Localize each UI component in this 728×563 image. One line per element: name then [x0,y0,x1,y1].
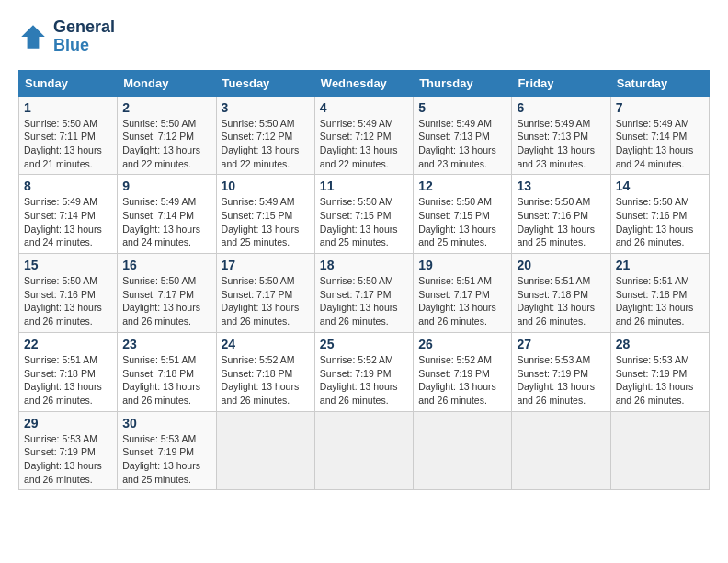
day-info: Sunrise: 5:50 AM Sunset: 7:16 PM Dayligh… [24,274,112,328]
day-number: 1 [24,100,112,115]
day-number: 28 [616,337,704,351]
calendar-cell: 6Sunrise: 5:49 AM Sunset: 7:13 PM Daylig… [512,96,610,175]
day-number: 25 [320,337,408,351]
day-number: 20 [517,258,605,272]
weekday-header-friday: Friday [512,70,610,96]
calendar-cell: 27Sunrise: 5:53 AM Sunset: 7:19 PM Dayli… [512,332,610,411]
day-number: 18 [320,258,408,272]
day-number: 30 [122,416,210,431]
calendar-cell: 19Sunrise: 5:51 AM Sunset: 7:17 PM Dayli… [414,254,512,333]
day-info: Sunrise: 5:53 AM Sunset: 7:19 PM Dayligh… [517,353,605,408]
weekday-header-wednesday: Wednesday [314,70,413,96]
day-number: 4 [320,100,408,115]
day-info: Sunrise: 5:50 AM Sunset: 7:17 PM Dayligh… [320,274,408,328]
day-number: 22 [24,337,112,351]
day-number: 27 [517,337,605,351]
day-info: Sunrise: 5:51 AM Sunset: 7:18 PM Dayligh… [122,353,210,408]
day-number: 14 [616,178,704,193]
calendar-cell: 25Sunrise: 5:52 AM Sunset: 7:19 PM Dayli… [314,332,413,411]
weekday-header-saturday: Saturday [610,70,709,96]
day-info: Sunrise: 5:50 AM Sunset: 7:12 PM Dayligh… [122,117,210,171]
calendar-cell: 29Sunrise: 5:53 AM Sunset: 7:19 PM Dayli… [19,411,118,490]
calendar-cell: 15Sunrise: 5:50 AM Sunset: 7:16 PM Dayli… [19,254,118,333]
calendar-cell: 7Sunrise: 5:49 AM Sunset: 7:14 PM Daylig… [610,96,709,175]
calendar-cell: 20Sunrise: 5:51 AM Sunset: 7:18 PM Dayli… [512,254,610,333]
weekday-header-tuesday: Tuesday [216,70,314,96]
day-number: 5 [418,100,506,115]
calendar-cell: 3Sunrise: 5:50 AM Sunset: 7:12 PM Daylig… [216,96,314,175]
calendar-cell: 24Sunrise: 5:52 AM Sunset: 7:18 PM Dayli… [216,332,314,411]
calendar-cell: 1Sunrise: 5:50 AM Sunset: 7:11 PM Daylig… [19,96,118,175]
logo-text: General Blue [53,18,115,55]
day-number: 21 [616,258,704,272]
weekday-header-thursday: Thursday [414,70,512,96]
day-number: 13 [517,178,605,193]
calendar-cell: 28Sunrise: 5:53 AM Sunset: 7:19 PM Dayli… [610,332,709,411]
day-number: 10 [222,178,310,193]
day-info: Sunrise: 5:50 AM Sunset: 7:12 PM Dayligh… [222,117,310,171]
day-info: Sunrise: 5:49 AM Sunset: 7:15 PM Dayligh… [222,195,310,249]
calendar-cell: 17Sunrise: 5:50 AM Sunset: 7:17 PM Dayli… [216,254,314,333]
day-info: Sunrise: 5:51 AM Sunset: 7:17 PM Dayligh… [418,274,506,328]
day-number: 12 [418,178,506,193]
calendar-cell: 9Sunrise: 5:49 AM Sunset: 7:14 PM Daylig… [118,175,216,254]
day-info: Sunrise: 5:50 AM Sunset: 7:11 PM Dayligh… [24,117,112,171]
calendar-cell [314,411,413,490]
weekday-header-sunday: Sunday [19,70,118,96]
day-info: Sunrise: 5:53 AM Sunset: 7:19 PM Dayligh… [616,353,704,408]
day-info: Sunrise: 5:49 AM Sunset: 7:13 PM Dayligh… [517,117,605,171]
calendar-cell: 14Sunrise: 5:50 AM Sunset: 7:16 PM Dayli… [610,175,709,254]
day-info: Sunrise: 5:52 AM Sunset: 7:19 PM Dayligh… [320,353,408,408]
day-info: Sunrise: 5:50 AM Sunset: 7:17 PM Dayligh… [222,274,310,328]
day-info: Sunrise: 5:50 AM Sunset: 7:15 PM Dayligh… [418,195,506,249]
day-info: Sunrise: 5:50 AM Sunset: 7:17 PM Dayligh… [122,274,210,328]
svg-marker-0 [21,25,45,49]
calendar-cell: 2Sunrise: 5:50 AM Sunset: 7:12 PM Daylig… [118,96,216,175]
day-info: Sunrise: 5:51 AM Sunset: 7:18 PM Dayligh… [517,274,605,328]
day-info: Sunrise: 5:51 AM Sunset: 7:18 PM Dayligh… [616,274,704,328]
page-header: General Blue [18,18,710,55]
day-number: 9 [122,178,210,193]
calendar-cell: 18Sunrise: 5:50 AM Sunset: 7:17 PM Dayli… [314,254,413,333]
day-number: 2 [122,100,210,115]
day-info: Sunrise: 5:50 AM Sunset: 7:15 PM Dayligh… [320,195,408,249]
calendar-cell: 23Sunrise: 5:51 AM Sunset: 7:18 PM Dayli… [118,332,216,411]
day-info: Sunrise: 5:49 AM Sunset: 7:14 PM Dayligh… [24,195,112,249]
calendar-cell: 12Sunrise: 5:50 AM Sunset: 7:15 PM Dayli… [414,175,512,254]
day-info: Sunrise: 5:49 AM Sunset: 7:14 PM Dayligh… [122,195,210,249]
day-number: 6 [517,100,605,115]
calendar-cell: 30Sunrise: 5:53 AM Sunset: 7:19 PM Dayli… [118,411,216,490]
calendar-cell [216,411,314,490]
calendar-cell [414,411,512,490]
day-info: Sunrise: 5:49 AM Sunset: 7:13 PM Dayligh… [418,117,506,171]
calendar-cell: 10Sunrise: 5:49 AM Sunset: 7:15 PM Dayli… [216,175,314,254]
calendar-cell: 21Sunrise: 5:51 AM Sunset: 7:18 PM Dayli… [610,254,709,333]
day-number: 16 [122,258,210,272]
day-number: 3 [222,100,310,115]
calendar-cell [512,411,610,490]
weekday-header-monday: Monday [118,70,216,96]
day-number: 26 [418,337,506,351]
day-number: 7 [616,100,704,115]
logo-icon [18,22,48,52]
calendar-cell: 4Sunrise: 5:49 AM Sunset: 7:12 PM Daylig… [314,96,413,175]
day-info: Sunrise: 5:49 AM Sunset: 7:12 PM Dayligh… [320,117,408,171]
logo: General Blue [18,18,115,55]
day-number: 19 [418,258,506,272]
calendar-cell: 13Sunrise: 5:50 AM Sunset: 7:16 PM Dayli… [512,175,610,254]
day-number: 17 [222,258,310,272]
day-info: Sunrise: 5:50 AM Sunset: 7:16 PM Dayligh… [616,195,704,249]
day-info: Sunrise: 5:52 AM Sunset: 7:19 PM Dayligh… [418,353,506,408]
calendar-table: SundayMondayTuesdayWednesdayThursdayFrid… [18,70,710,491]
calendar-cell: 11Sunrise: 5:50 AM Sunset: 7:15 PM Dayli… [314,175,413,254]
day-number: 15 [24,258,112,272]
calendar-cell: 16Sunrise: 5:50 AM Sunset: 7:17 PM Dayli… [118,254,216,333]
day-number: 23 [122,337,210,351]
day-info: Sunrise: 5:49 AM Sunset: 7:14 PM Dayligh… [616,117,704,171]
day-info: Sunrise: 5:52 AM Sunset: 7:18 PM Dayligh… [222,353,310,408]
day-number: 8 [24,178,112,193]
day-number: 24 [222,337,310,351]
day-info: Sunrise: 5:50 AM Sunset: 7:16 PM Dayligh… [517,195,605,249]
day-number: 11 [320,178,408,193]
calendar-cell: 26Sunrise: 5:52 AM Sunset: 7:19 PM Dayli… [414,332,512,411]
